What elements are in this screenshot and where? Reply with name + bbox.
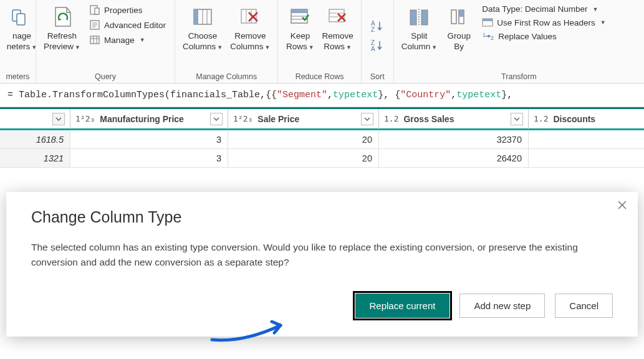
sort-asc-icon: AZ: [370, 20, 385, 32]
remove-rows-icon: [327, 4, 349, 31]
parameters-icon: [11, 4, 32, 31]
dialog-title: Change Column Type: [31, 208, 613, 226]
properties-button[interactable]: Properties: [87, 4, 168, 16]
svg-text:A: A: [371, 45, 375, 52]
cell: 3: [70, 149, 228, 168]
data-table: 1²2₃ Manufacturing Price 1²2₃ Sale Price…: [0, 107, 644, 168]
replace-icon: 12: [482, 31, 494, 41]
column-header-manufacturing-price[interactable]: 1²2₃ Manufacturing Price: [70, 109, 228, 130]
replace-current-button[interactable]: Replace current: [355, 294, 450, 318]
sort-asc-button[interactable]: AZ: [370, 20, 385, 34]
refresh-preview-button[interactable]: RefreshPreview▼: [40, 2, 84, 54]
svg-text:2: 2: [491, 35, 494, 41]
filter-button[interactable]: [210, 113, 223, 125]
ribbon-group-manage-columns: ChooseColumns▼ RemoveColumns▼ Manage Col…: [175, 0, 278, 83]
filter-button[interactable]: [361, 113, 373, 125]
cell: 20: [228, 130, 379, 149]
close-icon: [617, 199, 628, 211]
data-type-button[interactable]: Data Type: Decimal Number▼: [479, 4, 608, 14]
keep-rows-button[interactable]: KeepRows▼: [282, 2, 318, 54]
manage-button[interactable]: Manage▼: [87, 34, 168, 46]
cell: 32370: [379, 130, 529, 149]
properties-icon: [89, 4, 100, 16]
svg-rect-1: [17, 14, 25, 25]
group-by-button[interactable]: GroupBy: [441, 2, 477, 54]
ribbon-group-parameters: nageneters▼ meters: [0, 0, 36, 83]
keep-rows-icon: [289, 4, 311, 31]
remove-columns-button[interactable]: RemoveColumns▼: [226, 2, 274, 54]
svg-rect-22: [291, 9, 307, 13]
table-row[interactable]: 1321 3 20 26420: [0, 149, 644, 168]
ribbon: nageneters▼ meters RefreshPreview▼ Prope…: [0, 0, 644, 84]
column-header-gross-sales[interactable]: 1.2 Gross Sales: [379, 109, 529, 130]
cell: 26420: [379, 149, 529, 168]
filter-button[interactable]: [52, 113, 65, 125]
add-new-step-button[interactable]: Add new step: [459, 294, 545, 318]
svg-rect-41: [483, 19, 493, 21]
remove-rows-button[interactable]: RemoveRows▼: [318, 2, 357, 54]
group-label: Reduce Rows: [282, 71, 357, 82]
replace-values-button[interactable]: 12 Replace Values: [479, 31, 608, 42]
svg-rect-35: [421, 10, 428, 25]
refresh-icon: [49, 4, 74, 31]
column-header-sale-price[interactable]: 1²2₃ Sale Price: [228, 109, 379, 130]
group-label: meters: [4, 71, 32, 82]
close-button[interactable]: [617, 199, 628, 213]
svg-rect-25: [329, 9, 344, 22]
caret-down-icon: ▼: [75, 44, 80, 50]
type-icon: 1²2₃: [75, 114, 95, 123]
caret-down-icon: ▼: [217, 44, 223, 50]
split-column-button[interactable]: SplitColumn▼: [398, 2, 441, 54]
type-icon: 1.2: [384, 114, 398, 123]
chevron-down-icon: [514, 117, 520, 121]
cell: 3: [70, 130, 228, 149]
svg-rect-3: [95, 8, 99, 14]
svg-rect-34: [410, 10, 416, 25]
filter-button[interactable]: [511, 113, 523, 125]
advanced-editor-button[interactable]: Advanced Editor: [87, 19, 168, 31]
cell: [529, 149, 644, 168]
formula-bar[interactable]: = Table.TransformColumnTypes(financials_…: [0, 84, 644, 107]
group-label: Query: [40, 71, 171, 82]
svg-text:Z: Z: [371, 26, 375, 32]
caret-down-icon: ▼: [431, 44, 437, 50]
svg-rect-8: [90, 36, 99, 44]
cell: 1618.5: [0, 130, 70, 149]
table-row[interactable]: 1618.5 3 20 32370: [0, 130, 644, 149]
sort-desc-icon: ZA: [370, 39, 385, 52]
manage-parameters-button[interactable]: nageneters▼: [4, 2, 40, 54]
group-label: Manage Columns: [179, 71, 274, 82]
column-header-discounts[interactable]: 1.2 Discounts: [529, 109, 644, 130]
sort-desc-button[interactable]: ZA: [370, 39, 385, 54]
svg-text:1: 1: [483, 32, 486, 38]
editor-icon: [89, 19, 100, 31]
cell: [529, 130, 644, 149]
ribbon-group-sort: AZ ZA Sort: [362, 0, 394, 83]
type-icon: 1.2: [534, 114, 548, 123]
type-icon: 1²2₃: [233, 114, 252, 123]
column-header-first[interactable]: [0, 109, 70, 130]
group-by-icon: [448, 4, 470, 31]
chevron-down-icon: [55, 117, 62, 121]
choose-columns-button[interactable]: ChooseColumns▼: [179, 2, 226, 54]
table-icon: [89, 34, 100, 45]
first-row-headers-button[interactable]: Use First Row as Headers▼: [479, 17, 608, 28]
ribbon-group-query: RefreshPreview▼ Properties Advanced Edit…: [36, 0, 175, 83]
caret-down-icon: ▼: [600, 19, 606, 26]
caret-down-icon: ▼: [346, 44, 352, 50]
cell: 1321: [0, 149, 70, 168]
group-label: Sort: [365, 71, 390, 82]
caret-down-icon: ▼: [140, 37, 145, 43]
chevron-down-icon: [213, 117, 219, 121]
cancel-button[interactable]: Cancel: [555, 294, 613, 318]
svg-rect-13: [194, 9, 198, 24]
ribbon-group-transform: SplitColumn▼ GroupBy Data Type: Decimal …: [394, 0, 644, 83]
ribbon-group-reduce-rows: KeepRows▼ RemoveRows▼ Reduce Rows: [278, 0, 361, 83]
dialog-buttons: Replace current Add new step Cancel: [31, 294, 613, 318]
group-label: Transform: [398, 71, 640, 82]
caret-down-icon: ▼: [592, 6, 598, 12]
split-column-icon: [408, 4, 430, 31]
remove-columns-icon: [239, 4, 261, 31]
svg-rect-37: [451, 10, 456, 24]
svg-rect-39: [459, 10, 464, 17]
